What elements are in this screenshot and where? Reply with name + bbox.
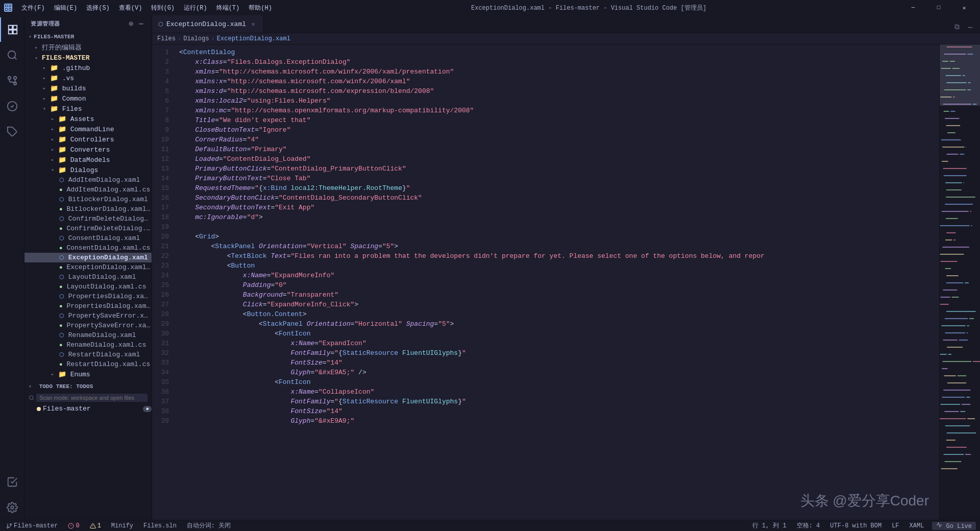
status-bar: Files-master 0 1 Minify Files.sln 自动分词: … xyxy=(0,520,980,531)
activity-explorer[interactable] xyxy=(0,17,24,42)
tree-item-files-master-root[interactable]: ▾ FILES-MASTER xyxy=(24,53,152,63)
tree-item-label: BitlockerDialog.xaml.cs xyxy=(66,205,152,213)
tree-item-label: RenameDialog.xaml xyxy=(68,331,136,339)
code-content[interactable]: <ContentDialog x:Class="Files.Dialogs.Ex… xyxy=(175,44,939,520)
activity-extensions[interactable] xyxy=(0,119,24,144)
tree-item-dialogs[interactable]: ▾ 📁 Dialogs xyxy=(24,165,152,175)
svg-point-14 xyxy=(29,396,33,399)
tree-item-opened-editors[interactable]: ▸ 打开的编辑器 xyxy=(24,42,152,53)
tree-item-controllers[interactable]: ▸ 📁 Controllers xyxy=(24,134,152,144)
tree-item-vs[interactable]: ▸ 📁 .vs xyxy=(24,73,152,83)
line-ending-status[interactable]: LF xyxy=(890,522,901,529)
files-sln-status[interactable]: Files.sln xyxy=(141,522,179,529)
activity-git[interactable] xyxy=(0,68,24,93)
auto-save-status[interactable]: 自动分词: 关闭 xyxy=(185,521,233,530)
activity-debug[interactable] xyxy=(0,94,24,118)
todo-section-header[interactable]: ▾ TODO TREE: TODOS xyxy=(24,381,152,392)
breadcrumb-current[interactable]: ExceptionDialog.xaml xyxy=(217,35,290,42)
new-folder-button[interactable]: ⋯ xyxy=(137,19,145,28)
go-live-status[interactable]: Go Live xyxy=(932,522,976,530)
line-num-4: 4 xyxy=(152,77,175,86)
cursor-position-label: 行 1, 列 1 xyxy=(752,522,787,529)
tree-item-builds[interactable]: ▸ 📁 builds xyxy=(24,83,152,93)
code-line-31: x:Name="ExpandIcon" xyxy=(179,339,939,348)
error-icon xyxy=(68,523,74,529)
tree-item-properties-cs[interactable]: ● PropertiesDialog.xaml.cs xyxy=(24,301,152,311)
tree-item-bitlocker-cs[interactable]: ● BitlockerDialog.xaml.cs xyxy=(24,204,152,214)
menu-help[interactable]: 帮助(H) xyxy=(244,3,276,13)
todo-search-input[interactable] xyxy=(36,394,148,402)
menu-run[interactable]: 运行(R) xyxy=(180,3,211,13)
menu-terminal[interactable]: 终端(T) xyxy=(212,3,244,13)
tree-item-github[interactable]: ▸ 📁 .github xyxy=(24,63,152,73)
new-file-button[interactable]: ⊕ xyxy=(127,19,135,28)
tree-item-layout-cs[interactable]: ● LayoutDialog.xaml.cs xyxy=(24,282,152,292)
spaces-status[interactable]: 空格: 4 xyxy=(795,521,822,530)
errors-status[interactable]: 0 xyxy=(66,522,81,529)
tree-item-bitlocker-xaml[interactable]: ⬡ BitlockerDialog.xaml xyxy=(24,195,152,204)
line-num-26: 26 xyxy=(152,290,175,300)
tree-item-label: Files xyxy=(62,105,82,113)
line-num-2: 2 xyxy=(152,57,175,67)
breadcrumb-files[interactable]: Files xyxy=(157,35,176,42)
maximize-button[interactable]: □ xyxy=(927,0,950,15)
tree-item-rename-xaml[interactable]: ⬡ RenameDialog.xaml xyxy=(24,330,152,340)
activity-todo[interactable] xyxy=(0,470,24,494)
tab-close-button[interactable]: ✕ xyxy=(249,20,257,28)
tree-item-assets[interactable]: ▸ 📁 Assets xyxy=(24,114,152,124)
tree-item-label: Converters xyxy=(70,146,110,154)
tree-item-confirmdelete-xaml[interactable]: ⬡ ConfirmDeleteDialog.xaml xyxy=(24,214,152,224)
tree-item-enums[interactable]: ▸ 📁 Enums xyxy=(24,369,152,379)
activity-search[interactable] xyxy=(0,43,24,67)
code-editor: 1 2 3 4 5 6 7 8 9 10 11 12 13 14 15 16 1… xyxy=(152,44,980,520)
code-line-32: FontFamily="{StaticResource FluentUIGlyp… xyxy=(179,348,939,358)
tree-item-consent-cs[interactable]: ● ConsentDialog.xaml.cs xyxy=(24,243,152,253)
menu-edit[interactable]: 编辑(E) xyxy=(50,3,82,13)
tree-item-layout-xaml[interactable]: ⬡ LayoutDialog.xaml xyxy=(24,272,152,282)
code-line-6: xmlns:local2="using:Files.Helpers" xyxy=(179,96,939,106)
tree-item-additem-xaml[interactable]: ⬡ AddItemDialog.xaml xyxy=(24,175,152,185)
tree-item-additem-cs[interactable]: ● AddItemDialog.xaml.cs xyxy=(24,185,152,195)
menu-file[interactable]: 文件(F) xyxy=(17,3,49,13)
broadcast-icon xyxy=(936,522,942,528)
menu-view[interactable]: 查看(V) xyxy=(115,3,146,13)
tree-item-restart-xaml[interactable]: ⬡ RestartDialog.xaml xyxy=(24,350,152,359)
tree-item-common[interactable]: ▸ 📁 Common xyxy=(24,93,152,104)
minimize-button[interactable]: ─ xyxy=(901,0,925,15)
tree-item-exception-cs[interactable]: ● ExceptionDialog.xaml.cs xyxy=(24,262,152,272)
tree-item-rename-cs[interactable]: ● RenameDialog.xaml.cs xyxy=(24,340,152,350)
breadcrumb-dialogs[interactable]: Dialogs xyxy=(183,35,209,42)
tree-item-restart-cs[interactable]: ● RestartDialog.xaml.cs xyxy=(24,359,152,369)
code-line-10: CornerRadius="4" xyxy=(179,135,939,144)
tree-item-properties-xaml[interactable]: ⬡ PropertiesDialog.xaml xyxy=(24,292,152,301)
files-master-section[interactable]: ▾ FILES-MASTER xyxy=(24,32,152,42)
close-button[interactable]: ✕ xyxy=(952,0,976,15)
tree-item-converters[interactable]: ▸ 📁 Converters xyxy=(24,144,152,155)
code-line-19 xyxy=(179,222,939,232)
tree-item-propertysaveerror-cs[interactable]: ● PropertySaveError.xaml.cs xyxy=(24,321,152,330)
warnings-status[interactable]: 1 xyxy=(88,522,103,529)
split-editor-button[interactable]: ⧉ xyxy=(951,21,963,33)
menu-select[interactable]: 选择(S) xyxy=(82,3,114,13)
tab-exception-dialog[interactable]: ⬡ ExceptionDialog.xaml ✕ xyxy=(152,15,264,33)
tree-item-files[interactable]: ▾ 📁 Files xyxy=(24,104,152,114)
tree-item-commandline[interactable]: ▸ 📁 CommandLine xyxy=(24,124,152,134)
activity-bar xyxy=(0,15,24,520)
activity-settings[interactable] xyxy=(0,495,24,520)
minify-status[interactable]: Minify xyxy=(109,522,135,529)
tree-item-propertysaveerror-xaml[interactable]: ⬡ PropertySaveError.xaml xyxy=(24,311,152,321)
git-branch-status[interactable]: Files-master xyxy=(4,522,60,529)
svg-rect-5 xyxy=(9,5,11,7)
more-actions-button[interactable]: ⋯ xyxy=(965,21,976,33)
tree-item-consent-xaml[interactable]: ⬡ ConsentDialog.xaml xyxy=(24,233,152,243)
tree-item-exception-xaml[interactable]: ⬡ ExceptionDialog.xaml xyxy=(24,253,152,262)
language-status[interactable]: XAML xyxy=(908,522,926,529)
tree-item-confirmdelete-cs[interactable]: ● ConfirmDeleteDialog.xaml.cs xyxy=(24,224,152,233)
tree-item-datamodels[interactable]: ▸ 📁 DataModels xyxy=(24,155,152,165)
editor-area: ⬡ ExceptionDialog.xaml ✕ ⧉ ⋯ Files › Dia… xyxy=(152,15,980,520)
menu-goto[interactable]: 转到(G) xyxy=(147,3,179,13)
cursor-position-status[interactable]: 行 1, 列 1 xyxy=(750,521,789,530)
encoding-status[interactable]: UTF-8 with BOM xyxy=(828,522,884,529)
code-line-35: <FontIcon xyxy=(179,377,939,387)
todo-item-files-master[interactable]: Files-master ● xyxy=(24,404,152,414)
